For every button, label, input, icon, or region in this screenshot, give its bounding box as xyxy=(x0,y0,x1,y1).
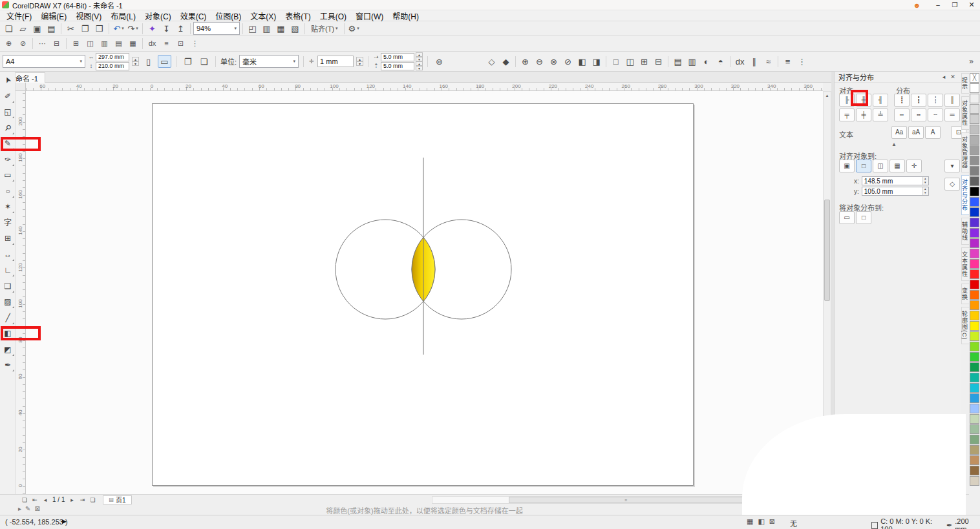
align-to-grid-button[interactable]: ▦ xyxy=(889,160,905,172)
docker-collapse-icon[interactable]: ◂ xyxy=(939,74,948,80)
stack-objects-icon[interactable]: ⊞ xyxy=(69,38,83,50)
close-button[interactable]: ✕ xyxy=(963,1,980,9)
distribute-extent-page-button[interactable]: □ xyxy=(856,211,871,224)
color-swatch[interactable] xyxy=(970,342,979,351)
dock-tab-object-manager[interactable]: 对象管理器 xyxy=(961,132,969,172)
color-swatch[interactable] xyxy=(970,207,979,217)
macro-v8-icon[interactable]: ◇ xyxy=(485,55,498,68)
color-swatch[interactable] xyxy=(970,218,979,227)
color-swatch[interactable] xyxy=(970,331,979,341)
distribute-bottom-button[interactable]: ═ xyxy=(944,109,960,121)
coordinates-expand-button[interactable]: ▶ xyxy=(62,518,67,524)
paper-width-field[interactable]: 297.0 mm xyxy=(96,53,129,61)
menu-text[interactable]: 文本(X) xyxy=(246,10,281,21)
horizontal-ruler[interactable]: 6040200204060801001201401601802002202402… xyxy=(26,83,823,91)
vertical-scroll-thumb[interactable] xyxy=(824,200,830,301)
menu-tools[interactable]: 工具(O) xyxy=(315,10,351,21)
align-first-line-button[interactable]: Aa xyxy=(891,126,907,139)
nudge-spinner[interactable]: ▴▾ xyxy=(356,57,363,66)
color-swatch[interactable] xyxy=(970,373,979,382)
distribute-dx-icon[interactable]: dx xyxy=(733,55,747,68)
color-swatch[interactable] xyxy=(970,466,979,475)
rectangle-tool[interactable]: ▭ xyxy=(1,167,15,183)
zoom-tool[interactable]: ⚲ xyxy=(1,120,15,136)
search-content-icon[interactable]: ✦ xyxy=(145,22,159,35)
spin-down-icon[interactable]: ▾ xyxy=(922,191,928,195)
user-account-icon[interactable]: ☻ xyxy=(913,1,921,9)
horizontal-scrollbar[interactable]: ≡ xyxy=(432,496,745,504)
group-icon[interactable]: ⊞ xyxy=(637,55,651,68)
connector-tool[interactable]: ∟ xyxy=(1,262,15,278)
distribute-center-h-button[interactable]: ┇ xyxy=(911,94,926,107)
intersect-icon[interactable]: ⊗ xyxy=(547,55,560,68)
drawing-workspace[interactable] xyxy=(26,91,823,494)
color-swatch[interactable] xyxy=(970,300,979,310)
minimize-button[interactable]: – xyxy=(930,1,946,8)
spin-down-icon[interactable]: ▾ xyxy=(416,57,423,61)
docker-close-icon[interactable]: ✕ xyxy=(948,74,957,80)
align-last-line-button[interactable]: aA xyxy=(908,126,924,139)
menu-bitmaps[interactable]: 位图(B) xyxy=(211,10,246,21)
color-swatch[interactable] xyxy=(970,94,979,103)
dock-tab-object-properties[interactable]: 对象属性 xyxy=(961,96,969,130)
menu-table[interactable]: 表格(T) xyxy=(281,10,315,21)
horizontal-scroll-thumb[interactable]: ≡ xyxy=(509,497,743,503)
dock-tab-align-distribute[interactable]: 对齐与分布 xyxy=(961,175,969,215)
align-to-page-edge-button[interactable]: □ xyxy=(856,160,871,172)
dock-tab-guidelines[interactable]: 辅助线 xyxy=(961,218,969,245)
dock-tab-text-properties[interactable]: 文本属性 xyxy=(961,247,969,281)
distribute-left-button[interactable]: ┋ xyxy=(894,94,910,107)
undo-icon[interactable]: ↶▾ xyxy=(112,22,125,35)
color-swatch[interactable] xyxy=(970,238,979,248)
show-guidelines-icon[interactable]: ▧ xyxy=(288,22,302,35)
text-tool[interactable]: 字 xyxy=(1,215,15,231)
portrait-button[interactable]: ▯ xyxy=(142,55,155,68)
paper-height-field[interactable]: 210.0 mm xyxy=(96,62,129,70)
align-to-options-dropdown[interactable]: ▾ xyxy=(944,160,960,172)
shape-tool[interactable]: ✐ xyxy=(1,88,15,104)
align-bounding-box-button[interactable]: A xyxy=(925,126,941,139)
menu-effects[interactable]: 效果(C) xyxy=(176,10,211,21)
units-select[interactable]: 毫米▾ xyxy=(239,55,299,68)
show-rulers-icon[interactable]: ▥ xyxy=(260,22,273,35)
first-page-button[interactable]: ⇤ xyxy=(30,495,40,504)
color-swatch[interactable] xyxy=(970,352,979,362)
snap-status-icon[interactable]: ⊕ xyxy=(2,38,16,50)
new-document-icon[interactable]: ❏ xyxy=(2,22,16,35)
apply-all-pages-button[interactable]: ❐ xyxy=(181,55,195,68)
menu-file[interactable]: 文件(F) xyxy=(2,10,36,21)
macro-2a-icon[interactable]: ◆ xyxy=(499,55,513,68)
dock-tab-contour[interactable]: 轮廓图(C) xyxy=(961,307,969,344)
y-coordinate-input[interactable]: 105.0 mm ▴▾ xyxy=(862,187,929,196)
color-swatch[interactable] xyxy=(970,362,979,372)
color-swatch[interactable] xyxy=(970,455,979,465)
layout-icon[interactable]: ◫ xyxy=(83,38,97,50)
cut-icon[interactable]: ✂ xyxy=(64,22,78,35)
menu-window[interactable]: 窗口(W) xyxy=(351,10,388,21)
distribute-top-button[interactable]: ┉ xyxy=(894,109,910,121)
grid-options-icon[interactable]: ⊡ xyxy=(174,38,187,50)
dimension-tool[interactable]: ↔ xyxy=(1,247,15,262)
dock-tab-transform[interactable]: 变换 xyxy=(961,284,969,304)
options-icon[interactable]: ⚙▾ xyxy=(347,22,361,35)
vertical-ruler[interactable]: 200180160140120100806040200 xyxy=(16,91,26,494)
color-swatch[interactable] xyxy=(970,135,979,145)
snap-dropdown[interactable]: 贴齐(T)▾ xyxy=(308,22,341,35)
add-page-end-button[interactable]: ❏ xyxy=(87,495,98,504)
create-boundary-icon[interactable]: □ xyxy=(609,55,623,68)
show-grid-icon[interactable]: ▦ xyxy=(274,22,288,35)
specify-point-button[interactable]: ◇ xyxy=(944,178,960,191)
enhanced-view-icon[interactable]: ⊟ xyxy=(50,38,63,50)
spin-down-icon[interactable]: ▾ xyxy=(132,61,139,66)
snap-pixel-icon[interactable]: ⊘ xyxy=(16,38,30,50)
treat-as-filled-button[interactable]: ⊚ xyxy=(432,55,446,68)
restore-button[interactable]: ❐ xyxy=(946,1,963,8)
menu-edit[interactable]: 编辑(E) xyxy=(36,10,71,21)
color-swatch[interactable] xyxy=(970,104,979,114)
spin-up-icon[interactable]: ▴ xyxy=(416,52,423,57)
outline-pen-tool[interactable]: ✒ xyxy=(1,357,15,373)
color-swatch[interactable] xyxy=(970,249,979,258)
nudge-distance-field[interactable]: 1 mm xyxy=(317,56,354,67)
color-swatch[interactable] xyxy=(970,383,979,393)
columns-icon[interactable]: ▥ xyxy=(98,38,111,50)
